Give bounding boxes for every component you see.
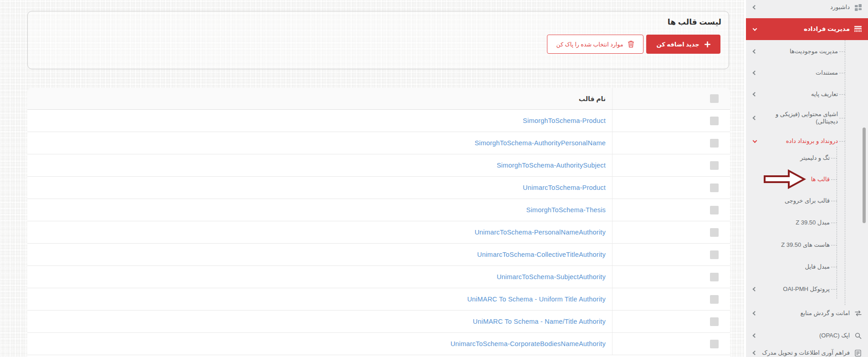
row-name-cell: UnimarcToSchema-SubjectAuthority bbox=[27, 266, 612, 288]
row-checkbox[interactable] bbox=[710, 228, 719, 237]
sidebar-item[interactable]: مبدل فایل bbox=[746, 260, 868, 274]
tree-connector bbox=[839, 73, 845, 73]
tree-connector bbox=[839, 141, 845, 142]
chevron-left-icon bbox=[753, 351, 757, 355]
template-link[interactable]: UnimarcToSchema-Product bbox=[523, 184, 606, 191]
sidebar-item-label: مستندات bbox=[816, 69, 838, 76]
row-checkbox-cell bbox=[612, 266, 730, 288]
sidebar-item-label: مبدل فایل bbox=[805, 263, 830, 270]
row-checkbox-cell bbox=[612, 311, 730, 332]
chevron-left-icon bbox=[753, 333, 757, 338]
chevron-left-icon bbox=[753, 49, 757, 54]
table-row: SimorghToSchema-AuthoritySubject bbox=[27, 154, 730, 177]
sidebar-scrollbar[interactable] bbox=[863, 128, 866, 223]
sidebar-item[interactable]: اپک (OPAC) bbox=[746, 328, 868, 343]
sidebar-item[interactable]: امانت و گردش منابع bbox=[746, 306, 868, 321]
row-name-cell: UnimarcToSchema-Product bbox=[27, 177, 612, 199]
row-checkbox[interactable] bbox=[710, 340, 719, 348]
template-link[interactable]: SimorghToSchema-AuthoritySubject bbox=[497, 162, 606, 169]
tree-connector bbox=[831, 245, 837, 245]
clear-selected-button[interactable]: موارد انتخاب شده را پاک کن bbox=[547, 35, 643, 54]
add-new-button-label: جدید اضافه کن bbox=[656, 41, 699, 48]
template-link[interactable]: UniMARC To Schema - Uniform Title Author… bbox=[467, 296, 606, 303]
sidebar-item[interactable]: مبدل Z 39.50 bbox=[746, 215, 868, 230]
sidebar-item[interactable]: پروتوکل OAI-PMH bbox=[746, 282, 868, 296]
sidebar-item-label: قالب برای خروجی bbox=[785, 197, 830, 204]
table-header-row: نام قالب bbox=[27, 88, 730, 110]
sidebar-item[interactable]: درونداد و برونداد داده bbox=[746, 134, 868, 148]
row-checkbox[interactable] bbox=[710, 117, 719, 125]
row-checkbox[interactable] bbox=[710, 206, 719, 214]
row-checkbox-cell bbox=[612, 177, 730, 199]
row-checkbox[interactable] bbox=[710, 184, 719, 192]
sidebar-item-label: فراهم آوری اطلاعات و تحویل مدرک bbox=[762, 349, 850, 357]
circulation-icon bbox=[854, 309, 862, 317]
sidebar-item[interactable]: تگ و دلیمیتر bbox=[746, 151, 868, 165]
row-name-cell: UnimarcToSchema-CollectiveTitleAuthority bbox=[27, 244, 612, 265]
template-link[interactable]: UniMARC To Schema - Name/Title Authority bbox=[473, 318, 606, 325]
template-link[interactable]: UnimarcToSchema-CollectiveTitleAuthority bbox=[477, 251, 606, 258]
template-link[interactable]: UnimarcToSchema-SubjectAuthority bbox=[497, 273, 606, 280]
template-link[interactable]: SimorghToSchema-Product bbox=[523, 117, 606, 124]
sidebar-item[interactable]: فراهم آوری اطلاعات و تحویل مدرک bbox=[746, 346, 868, 357]
row-checkbox[interactable] bbox=[710, 250, 719, 259]
sidebar-item[interactable]: مستندات bbox=[746, 66, 868, 80]
sidebar-item-label: قالب ها bbox=[811, 176, 830, 183]
sidebar-item-label: مدیریت موجودیت‌ها bbox=[790, 48, 838, 55]
sidebar-nav: داشبوردمدیریت فرادادهمدیریت موجودیت‌هامس… bbox=[746, 0, 868, 357]
search-icon bbox=[854, 332, 862, 340]
row-checkbox[interactable] bbox=[710, 161, 719, 170]
sidebar-item[interactable]: مدیریت موجودیت‌ها bbox=[746, 44, 868, 59]
tree-connector bbox=[831, 223, 837, 223]
row-name-cell: SimorghToSchema-AuthoritySubject bbox=[27, 154, 612, 176]
sidebar-item[interactable]: اشیای محتوایی (فیزیکی و دیجیتالی) bbox=[746, 109, 868, 127]
table-row: SimorghToSchema-Product bbox=[27, 110, 730, 132]
sidebar-item[interactable]: قالب برای خروجی bbox=[746, 194, 868, 208]
tree-connector bbox=[831, 201, 837, 201]
chevron-down-icon bbox=[753, 138, 757, 143]
sidebar-item[interactable]: داشبورد bbox=[746, 0, 868, 15]
chevron-down-icon bbox=[753, 26, 757, 31]
plus-icon bbox=[705, 41, 710, 47]
row-checkbox[interactable] bbox=[710, 295, 719, 304]
row-checkbox[interactable] bbox=[710, 317, 719, 326]
add-new-button[interactable]: جدید اضافه کن bbox=[646, 35, 720, 54]
tree-connector bbox=[839, 51, 845, 52]
sidebar-item-label: اشیای محتوایی (فیزیکی و دیجیتالی) bbox=[764, 111, 838, 125]
template-link[interactable]: SimorghToSchema-Thesis bbox=[526, 206, 606, 214]
template-link[interactable]: SimorghToSchema-AuthorityPersonalName bbox=[475, 139, 606, 147]
row-name-cell: SimorghToSchema-Thesis bbox=[27, 199, 612, 221]
page-background: لیست قالب ها جدید اضافه کن موارد bbox=[0, 0, 868, 357]
table-row: UnimarcToSchema-CollectiveTitleAuthority bbox=[27, 244, 730, 266]
table-row: UniMARC To Schema - Name/Title Authority bbox=[27, 311, 730, 333]
sidebar-item-label: مدیریت فراداده bbox=[804, 26, 850, 33]
row-checkbox-cell bbox=[612, 154, 730, 176]
row-checkbox[interactable] bbox=[710, 139, 719, 148]
sidebar-item-label: تعاریف پایه bbox=[811, 91, 838, 98]
sidebar-item[interactable]: قالب ها bbox=[746, 172, 868, 187]
row-checkbox[interactable] bbox=[710, 273, 719, 281]
sidebar-item[interactable]: هاست های Z 39.50 bbox=[746, 238, 868, 252]
sidebar-item-label: امانت و گردش منابع bbox=[801, 310, 850, 317]
clear-selected-button-label: موارد انتخاب شده را پاک کن bbox=[557, 41, 623, 48]
template-link[interactable]: UnimarcToSchema-PersonalNameAuthority bbox=[475, 229, 606, 236]
select-all-checkbox[interactable] bbox=[710, 94, 719, 103]
row-checkbox-cell bbox=[612, 199, 730, 221]
table-row: SimorghToSchema-AuthorityPersonalName bbox=[27, 132, 730, 154]
template-link[interactable]: UnimarcToSchema-CorporateBodiesNameAutho… bbox=[450, 340, 606, 347]
tree-connector bbox=[831, 158, 837, 158]
sidebar-item-label: تگ و دلیمیتر bbox=[800, 154, 830, 162]
dashboard-icon bbox=[854, 3, 862, 11]
chevron-left-icon bbox=[753, 92, 757, 97]
table-row: UnimarcToSchema-PersonalNameAuthority bbox=[27, 221, 730, 244]
tree-connector bbox=[831, 267, 837, 267]
row-name-cell: SimorghToSchema-AuthorityPersonalName bbox=[27, 132, 612, 154]
row-checkbox-cell bbox=[612, 221, 730, 243]
table-row: SimorghToSchema-Thesis bbox=[27, 199, 730, 221]
page-title: لیست قالب ها bbox=[668, 17, 721, 27]
sidebar-item-label: داشبورد bbox=[830, 4, 850, 11]
row-name-cell: UniMARC To Schema - Uniform Title Author… bbox=[27, 288, 612, 310]
row-checkbox-cell bbox=[612, 110, 730, 132]
sidebar-item[interactable]: مدیریت فراداده bbox=[746, 18, 868, 40]
sidebar-item[interactable]: تعاریف پایه bbox=[746, 87, 868, 102]
